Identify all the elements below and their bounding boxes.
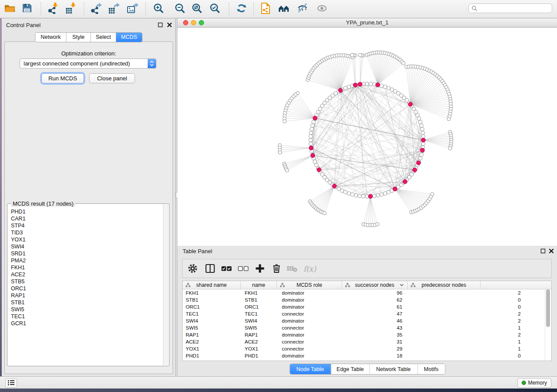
network-canvas[interactable] xyxy=(177,28,557,246)
export-image-button[interactable] xyxy=(126,2,140,16)
table-row[interactable]: TEC1TEC1connector472 xyxy=(183,310,551,317)
optimization-criterion-select[interactable]: largest connected component (undirected) xyxy=(20,58,156,69)
export-network-button[interactable] xyxy=(89,2,103,16)
mcds-result-item[interactable]: TID3 xyxy=(8,229,163,236)
table-settings-button[interactable] xyxy=(186,262,199,275)
zoom-in-button[interactable] xyxy=(152,2,166,16)
fx-icon: f(x) xyxy=(303,265,316,273)
open-session-button[interactable] xyxy=(3,2,17,16)
import-network-button[interactable] xyxy=(46,2,60,16)
tab-select[interactable]: Select xyxy=(91,33,116,42)
mcds-result-item[interactable]: STB5 xyxy=(8,278,163,285)
save-session-button[interactable] xyxy=(20,2,34,16)
toolbar-separator xyxy=(253,2,254,15)
chevron-down-icon xyxy=(400,284,404,286)
toolbar-separator xyxy=(229,2,229,15)
close-icon xyxy=(549,248,554,254)
deselect-all-button[interactable] xyxy=(237,262,250,275)
first-neighbors-button[interactable] xyxy=(277,2,291,16)
show-all-button[interactable] xyxy=(315,2,329,16)
delete-table-button[interactable] xyxy=(286,262,299,275)
tab-edge-table[interactable]: Edge Table xyxy=(331,364,370,374)
zoom-fit-button[interactable] xyxy=(190,2,204,16)
select-all-icon xyxy=(221,263,232,274)
column-header-shared-name[interactable]: shared name xyxy=(183,281,241,289)
zoom-in-icon xyxy=(153,3,164,14)
column-header-successor-nodes[interactable]: successor nodes xyxy=(342,281,408,289)
zoom-selected-button[interactable] xyxy=(208,2,222,16)
network-list-button[interactable] xyxy=(5,378,17,388)
column-header-name[interactable]: name xyxy=(241,281,277,289)
mcds-result-item[interactable]: TEC1 xyxy=(8,313,163,320)
mcds-result-item[interactable]: STP4 xyxy=(8,222,163,229)
mcds-list-scrollbar[interactable] xyxy=(163,204,169,365)
node-table[interactable]: shared namenameMCDS rolesuccessor nodesp… xyxy=(182,281,552,361)
save-icon xyxy=(21,3,32,14)
mcds-result-item[interactable]: FKH1 xyxy=(8,264,163,271)
zoom-out-button[interactable] xyxy=(173,2,187,16)
tab-node-table[interactable]: Node Table xyxy=(290,364,331,374)
close-panel-button-2[interactable]: Close panel xyxy=(89,73,135,83)
tab-network-table[interactable]: Network Table xyxy=(370,364,418,374)
select-stepper-icon xyxy=(148,59,156,68)
table-row[interactable]: RAP1RAP1dominator352 xyxy=(183,331,551,338)
add-column-button[interactable] xyxy=(253,262,266,275)
run-mcds-button[interactable]: Run MCDS xyxy=(42,73,84,83)
select-all-button[interactable] xyxy=(220,262,233,275)
search-input[interactable] xyxy=(477,5,552,12)
column-header-MCDS-role[interactable]: MCDS role xyxy=(277,281,342,289)
import-table-button[interactable] xyxy=(64,2,78,16)
mcds-result-item[interactable]: STB1 xyxy=(8,299,163,306)
float-panel-button[interactable] xyxy=(157,22,163,28)
table-row[interactable]: FKH1FKH1dominator962 xyxy=(183,289,551,296)
export-image-icon xyxy=(127,3,138,14)
table-row[interactable]: YOX1YOX1connector291 xyxy=(183,345,551,352)
mcds-result-item[interactable]: ACE2 xyxy=(8,271,163,278)
network-window-titlebar[interactable]: YPA_prune.txt_1 xyxy=(177,18,557,28)
mcds-result-item[interactable]: RAP1 xyxy=(8,292,163,299)
mcds-result-item[interactable]: ORC1 xyxy=(8,285,163,292)
mcds-result-list[interactable]: PHD1CAR1STP4TID3YOX1SWI4SRD1PMA2FKH1ACE2… xyxy=(8,208,163,365)
mcds-result-item[interactable]: SWI5 xyxy=(8,306,163,313)
delete-column-button[interactable] xyxy=(270,262,283,275)
tab-network[interactable]: Network xyxy=(35,33,66,42)
mcds-result-group: MCDS result (17 nodes) PHD1CAR1STP4TID3Y… xyxy=(7,203,170,366)
table-scrollbar-thumb[interactable] xyxy=(546,289,550,327)
hierarchy-icon xyxy=(345,283,350,287)
show-columns-button[interactable] xyxy=(204,262,217,275)
mcds-result-item[interactable]: YOX1 xyxy=(8,236,163,243)
column-header-predecessor-nodes[interactable]: predecessor nodes xyxy=(408,281,481,289)
close-table-panel-button[interactable] xyxy=(548,248,554,254)
delete-icon xyxy=(271,263,282,274)
memory-label: Memory xyxy=(528,380,547,386)
float-table-panel-button[interactable] xyxy=(540,248,546,254)
table-row[interactable]: SWI4SWI4dominator462 xyxy=(183,317,551,324)
import-table-icon xyxy=(66,3,77,14)
mcds-result-item[interactable]: PHD1 xyxy=(8,208,163,215)
table-row[interactable]: STB1STB1dominator620 xyxy=(183,296,551,303)
optimization-criterion-label: Optimization criterion: xyxy=(5,50,173,57)
hide-selected-button[interactable] xyxy=(296,2,310,16)
table-row[interactable]: ORC1ORC1dominator610 xyxy=(183,303,551,310)
table-scrollbar[interactable] xyxy=(545,289,551,360)
mcds-result-item[interactable]: PMA2 xyxy=(8,257,163,264)
mcds-result-item[interactable]: GCR1 xyxy=(8,320,163,327)
desktop-background: Control Panel NetworkStyleSelectMCDS Opt… xyxy=(0,0,557,392)
table-row[interactable]: PHD1PHD1dominator180 xyxy=(183,352,551,359)
mcds-result-item[interactable]: SRD1 xyxy=(8,250,163,257)
table-row[interactable]: ACE2ACE2connector311 xyxy=(183,338,551,345)
refresh-button[interactable] xyxy=(235,2,249,16)
memory-button[interactable]: Memory xyxy=(517,378,551,388)
tab-style[interactable]: Style xyxy=(66,33,91,42)
table-panel-title: Table Panel xyxy=(183,248,212,254)
search-field[interactable] xyxy=(468,3,552,13)
mcds-result-item[interactable]: CAR1 xyxy=(8,215,163,222)
export-table-button[interactable] xyxy=(107,2,121,16)
apply-function-button[interactable]: f(x) xyxy=(301,262,318,275)
share-document-button[interactable] xyxy=(259,2,273,16)
mcds-result-item[interactable]: SWI4 xyxy=(8,243,163,250)
table-row[interactable]: SWI5SWI5connector431 xyxy=(183,324,551,331)
close-panel-button[interactable] xyxy=(166,22,173,28)
tab-motifs[interactable]: Motifs xyxy=(418,364,445,374)
tab-mcds[interactable]: MCDS xyxy=(116,33,142,42)
